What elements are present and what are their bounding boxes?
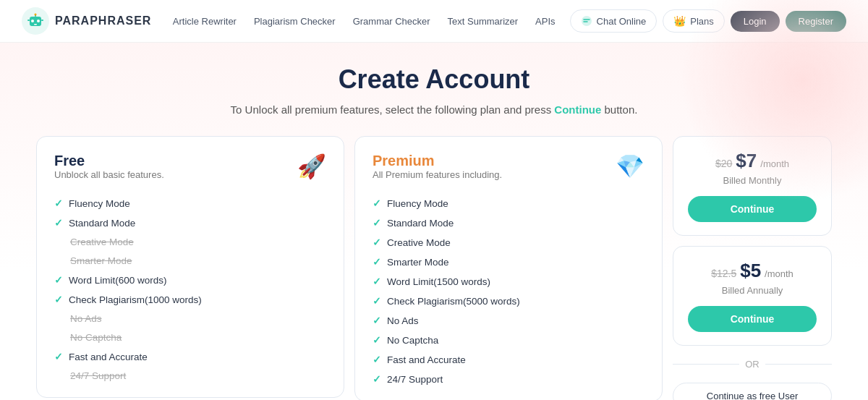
check-icon: ✓ (373, 295, 381, 307)
check-icon: ✓ (373, 217, 381, 229)
text-summarizer-link[interactable]: Text Summarizer (448, 16, 519, 27)
svg-point-9 (582, 16, 592, 26)
plagiarism-checker-link[interactable]: Plagiarism Checker (254, 16, 336, 27)
monthly-billing-label: Billed Monthly (688, 175, 817, 186)
check-icon: ✓ (373, 237, 381, 248)
page-title: Create Account (14, 64, 854, 95)
free-plan-icon: 🚀 (297, 153, 326, 180)
free-feature-0: ✓ Fluency Mode (54, 197, 326, 209)
free-plan-desc: Unblock all basic features. (54, 169, 164, 180)
chat-icon (581, 15, 592, 27)
monthly-old-price: $20 (715, 158, 732, 169)
check-icon: ✓ (54, 294, 63, 305)
premium-plan-name: Premium (373, 153, 502, 169)
free-feature-1: ✓ Standard Mode (54, 217, 326, 229)
annual-price-line: $12.5 $5 /month (688, 260, 817, 282)
svg-point-2 (31, 20, 34, 22)
apis-link[interactable]: APIs (535, 16, 555, 27)
free-feature-4: ✓ Word Limit(600 words) (54, 274, 326, 286)
monthly-pricing-card: $20 $7 /month Billed Monthly Continue (673, 136, 832, 236)
free-feature-8: ✓ Fast and Accurate (54, 351, 326, 362)
premium-plan-header: Premium All Premium features including. … (373, 153, 644, 193)
premium-feature-5: ✓ Check Plagiarism(5000 words) (373, 295, 644, 307)
monthly-price-line: $20 $7 /month (688, 150, 817, 172)
annual-new-price: $5 (740, 260, 761, 282)
or-line-right (765, 364, 832, 365)
premium-feature-9: ✓ 24/7 Support (373, 373, 644, 385)
free-plan-header: Free Unblock all basic features. 🚀 (54, 153, 326, 193)
check-icon: ✓ (373, 256, 381, 268)
premium-feature-1: ✓ Standard Mode (373, 217, 644, 229)
annual-period: /month (765, 268, 793, 279)
pricing-column: $20 $7 /month Billed Monthly Continue $1… (673, 136, 832, 400)
check-icon: ✓ (54, 217, 63, 229)
svg-rect-7 (27, 20, 30, 21)
premium-feature-list: ✓ Fluency Mode ✓ Standard Mode ✓ Creativ… (373, 197, 644, 385)
premium-feature-4: ✓ Word Limit(1500 words) (373, 276, 644, 287)
annual-old-price: $12.5 (711, 268, 736, 279)
free-feature-list: ✓ Fluency Mode ✓ Standard Mode Creative … (54, 197, 326, 381)
free-feature-7: No Captcha (54, 332, 326, 343)
free-feature-9: 24/7 Support (54, 370, 326, 381)
free-feature-2: Creative Mode (54, 237, 326, 247)
check-icon: ✓ (373, 373, 381, 385)
register-button[interactable]: Register (786, 11, 846, 32)
nav-links: Article Rewriter Plagiarism Checker Gram… (173, 16, 556, 27)
premium-plan-desc: All Premium features including. (373, 169, 502, 180)
premium-plan-icon: 💎 (616, 153, 644, 180)
svg-point-3 (37, 20, 40, 22)
annual-billing-label: Billed Annually (688, 285, 817, 296)
annual-pricing-card: $12.5 $5 /month Billed Annually Continue (673, 246, 832, 346)
annual-continue-button[interactable]: Continue (688, 306, 817, 332)
premium-feature-2: ✓ Creative Mode (373, 237, 644, 248)
premium-feature-3: ✓ Smarter Mode (373, 256, 644, 268)
svg-rect-4 (34, 24, 37, 25)
plans-button[interactable]: 👑 Plans (663, 9, 725, 33)
logo[interactable]: PARAPHRASER (22, 7, 151, 35)
login-button[interactable]: Login (731, 11, 780, 32)
or-line-left (673, 364, 739, 365)
monthly-period: /month (760, 158, 789, 169)
svg-point-6 (35, 14, 37, 16)
premium-plan-card: Premium All Premium features including. … (354, 136, 663, 400)
premium-feature-8: ✓ Fast and Accurate (373, 354, 644, 365)
monthly-new-price: $7 (736, 150, 757, 172)
free-feature-3: Smarter Mode (54, 255, 326, 266)
monthly-continue-button[interactable]: Continue (688, 196, 817, 222)
premium-feature-6: ✓ No Ads (373, 315, 644, 326)
check-icon: ✓ (373, 276, 381, 287)
free-feature-5: ✓ Check Plagiarism(1000 words) (54, 294, 326, 305)
check-icon: ✓ (373, 197, 381, 209)
check-icon: ✓ (373, 334, 381, 346)
free-plan-name: Free (54, 153, 164, 169)
free-user-button[interactable]: Continue as free User (673, 383, 832, 400)
logo-text: PARAPHRASER (55, 14, 151, 27)
logo-icon (22, 7, 49, 35)
check-icon: ✓ (373, 315, 381, 326)
grammar-checker-link[interactable]: Grammar Checker (353, 16, 430, 27)
navbar: PARAPHRASER Article Rewriter Plagiarism … (0, 0, 868, 43)
free-feature-6: No Ads (54, 313, 326, 324)
or-label: OR (745, 359, 760, 370)
check-icon: ✓ (373, 354, 381, 365)
svg-rect-8 (41, 20, 43, 21)
cards-row: Free Unblock all basic features. 🚀 ✓ Flu… (36, 136, 832, 400)
check-icon: ✓ (54, 351, 63, 362)
check-icon: ✓ (54, 274, 63, 286)
check-icon: ✓ (54, 197, 63, 209)
main-content: Create Account To Unlock all premium fea… (0, 43, 868, 400)
chat-online-button[interactable]: Chat Online (570, 9, 658, 33)
crown-icon: 👑 (673, 15, 686, 27)
premium-feature-7: ✓ No Captcha (373, 334, 644, 346)
free-plan-card: Free Unblock all basic features. 🚀 ✓ Flu… (36, 136, 344, 398)
premium-feature-0: ✓ Fluency Mode (373, 197, 644, 209)
or-divider: OR (673, 356, 832, 373)
article-rewriter-link[interactable]: Article Rewriter (173, 16, 237, 27)
page-subtitle: To Unlock all premium features, select t… (14, 103, 854, 116)
